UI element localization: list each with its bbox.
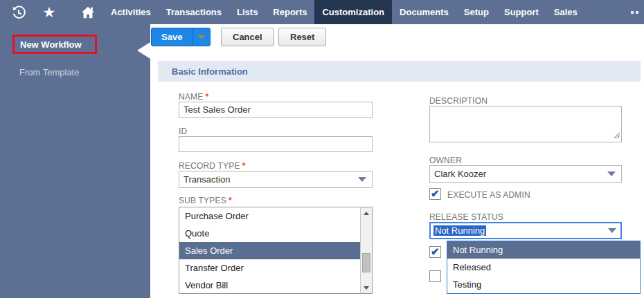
save-button-label: Save (152, 28, 192, 46)
execute-as-admin-label: EXECUTE AS ADMIN (447, 190, 530, 200)
list-item-selected[interactable]: Sales Order (179, 242, 360, 259)
dropdown-option[interactable]: Released (447, 259, 640, 276)
scroll-up-icon[interactable] (361, 207, 372, 218)
nav-menu: Activities Transactions Lists Reports Cu… (103, 0, 585, 24)
list-item[interactable]: Transfer Order (179, 259, 360, 277)
chevron-down-icon (358, 177, 366, 182)
id-label: ID (179, 127, 187, 136)
list-item[interactable]: Quote (179, 225, 360, 242)
history-icon[interactable] (10, 3, 28, 21)
id-input[interactable] (179, 136, 373, 152)
resize-handle-icon[interactable] (613, 130, 620, 140)
record-type-select[interactable]: Transaction (179, 171, 373, 188)
dropdown-option[interactable]: Testing (447, 276, 640, 293)
scrollbar[interactable] (360, 207, 372, 293)
list-item[interactable]: Purchase Order (179, 207, 360, 225)
sidebar: New Workflow From Template (0, 24, 150, 298)
nav-item-lists[interactable]: Lists (229, 0, 265, 24)
required-asterisk: * (242, 161, 246, 171)
home-icon[interactable] (79, 3, 97, 21)
description-textarea[interactable] (429, 106, 622, 142)
owner-value: Clark Koozer (434, 169, 607, 179)
required-asterisk: * (229, 196, 232, 205)
record-type-value: Transaction (184, 174, 358, 185)
required-asterisk: * (205, 92, 208, 102)
nav-item-setup[interactable]: Setup (456, 0, 497, 24)
star-icon[interactable]: ★ (40, 3, 58, 21)
cancel-button[interactable]: Cancel (221, 28, 274, 46)
release-status-label: RELEASE STATUS (429, 212, 503, 222)
sidebar-item-label: New Workflow (15, 39, 82, 50)
top-nav: ★ Activities Transactions Lists Reports … (0, 0, 644, 24)
nav-item-activities[interactable]: Activities (103, 0, 159, 24)
name-label: NAME* (179, 92, 208, 102)
list-item[interactable]: Vendor Bill (179, 277, 360, 293)
chevron-down-icon (607, 171, 616, 176)
nav-item-reports[interactable]: Reports (265, 0, 314, 24)
description-label: DESCRIPTION (429, 96, 488, 106)
sidebar-item-new-workflow[interactable]: New Workflow (12, 35, 97, 54)
reset-button[interactable]: Reset (278, 28, 326, 46)
nav-icon-group: ★ (0, 0, 97, 24)
name-input[interactable] (179, 102, 373, 118)
hidden-checkbox-checked[interactable] (429, 246, 441, 258)
nav-item-support[interactable]: Support (497, 0, 546, 24)
section-header: Basic Information (158, 61, 641, 82)
dropdown-option-highlighted[interactable]: Not Running (447, 241, 640, 259)
chevron-down-icon (198, 35, 205, 39)
more-dots-icon[interactable] (631, 11, 638, 14)
record-type-label: RECORD TYPE* (179, 161, 246, 171)
owner-label: OWNER (429, 156, 462, 165)
hidden-checkbox-unchecked[interactable] (429, 270, 441, 282)
sub-types-options: Purchase Order Quote Sales Order Transfe… (179, 207, 360, 293)
nav-item-transactions[interactable]: Transactions (159, 0, 229, 24)
owner-select[interactable]: Clark Koozer (429, 165, 622, 183)
nav-item-customization[interactable]: Customization (314, 0, 392, 24)
save-button[interactable]: Save (151, 28, 211, 46)
release-status-select[interactable]: Not Running (429, 222, 622, 239)
scroll-down-icon[interactable] (361, 282, 372, 293)
scrollbar-thumb[interactable] (362, 253, 370, 272)
section-title: Basic Information (158, 66, 248, 77)
content-pointer-notch (137, 42, 150, 59)
sidebar-item-from-template[interactable]: From Template (19, 67, 79, 77)
nav-item-sales[interactable]: Sales (546, 0, 585, 24)
execute-as-admin-checkbox[interactable] (429, 188, 441, 200)
release-status-value: Not Running (433, 225, 486, 236)
chevron-down-icon (608, 228, 616, 233)
sub-types-listbox: Purchase Order Quote Sales Order Transfe… (179, 207, 373, 294)
sub-types-label: SUB TYPES* (179, 196, 232, 205)
release-status-dropdown: Not Running Released Testing (447, 241, 641, 294)
save-dropdown-button[interactable] (192, 28, 210, 46)
nav-item-documents[interactable]: Documents (392, 0, 456, 24)
page: ★ Activities Transactions Lists Reports … (0, 0, 644, 298)
